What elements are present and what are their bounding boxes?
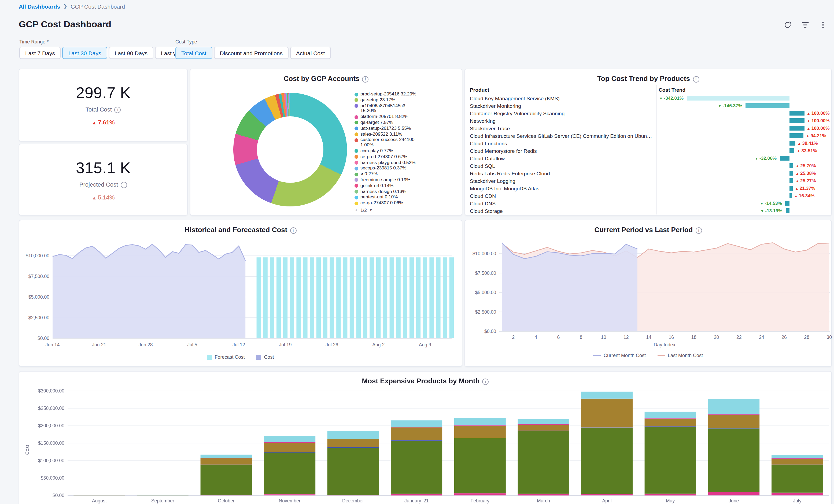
donut-legend-item[interactable]: prod-setup-205416 32.29%: [354, 92, 423, 97]
legend-page-down-icon[interactable]: [369, 208, 373, 212]
trend-bar[interactable]: [789, 118, 805, 123]
legend-item-forecast-cost[interactable]: Forecast Cost: [207, 354, 245, 360]
chart-title-text: Historical and Forecasted Cost: [185, 226, 287, 234]
info-icon[interactable]: [696, 227, 702, 234]
trend-value: 21.37%: [795, 185, 815, 191]
info-icon[interactable]: [693, 76, 699, 83]
trend-bar[interactable]: [789, 148, 795, 153]
donut-legend-item[interactable]: customer-success-244100 1.00%: [354, 137, 423, 148]
page-header: GCP Cost Dashboard: [19, 19, 828, 30]
refresh-icon[interactable]: [783, 20, 792, 29]
info-icon[interactable]: [362, 76, 369, 83]
column-header-product[interactable]: Product: [465, 87, 656, 92]
cost-type-option-discount-and-promotions[interactable]: Discount and Promotions: [214, 47, 288, 59]
svg-text:$7,500.00: $7,500.00: [28, 274, 49, 279]
donut-legend-item[interactable]: ce-prod-274307 0.67%: [354, 154, 423, 160]
cost-type-option-actual-cost[interactable]: Actual Cost: [290, 47, 331, 59]
donut-legend-item[interactable]: qa-setup 23.17%: [354, 97, 423, 103]
product-cell: Cloud Infrastructure Services GitLab Ser…: [465, 133, 656, 138]
legend-swatch: [354, 184, 358, 188]
cost-type-option-total-cost[interactable]: Total Cost: [175, 47, 212, 59]
trend-bar[interactable]: [789, 193, 792, 198]
trend-bar[interactable]: [746, 103, 789, 108]
donut-legend-item[interactable]: secops-239815 0.37%: [354, 166, 423, 171]
legend-label: ce-prod-274307 0.67%: [360, 154, 420, 160]
donut-legend-item[interactable]: ccm-play 0.77%: [354, 149, 423, 154]
svg-text:24: 24: [759, 334, 764, 340]
table-row: Stackdriver Trace100.00%: [465, 124, 831, 132]
svg-text:September: September: [151, 498, 174, 503]
info-icon[interactable]: [121, 182, 127, 188]
product-cell: MongoDB Inc. MongoDB Atlas: [465, 185, 656, 191]
info-icon[interactable]: [482, 378, 489, 385]
trend-bar[interactable]: [789, 133, 804, 138]
legend-item-current-month-cost[interactable]: Current Month Cost: [593, 353, 646, 358]
total-cost-delta: 7.61%: [92, 119, 114, 126]
breadcrumb: All Dashboards GCP Cost Dashboard: [0, 0, 834, 13]
product-cell: Cloud Memorystore for Redis: [465, 148, 656, 154]
kebab-menu-icon[interactable]: [818, 20, 828, 29]
table-row: Cloud DNS-14.53%: [465, 199, 831, 207]
trend-value: -14.53%: [760, 200, 782, 206]
donut-legend-item[interactable]: ø 0.27%: [354, 172, 423, 177]
legend-item-last-month-cost[interactable]: Last Month Cost: [658, 353, 703, 358]
period-comparison-chart[interactable]: $0.00$2,500.00$5,000.00$7,500.00$10,000.…: [468, 235, 832, 349]
legend-swatch: [354, 161, 358, 165]
legend-label: qa-setup 23.17%: [360, 97, 420, 103]
info-icon[interactable]: [114, 107, 121, 113]
trend-bar[interactable]: [789, 178, 793, 183]
monthly-products-chart[interactable]: $0.00$50,000.00$100,000.00$150,000.00$20…: [21, 386, 830, 504]
trend-value: 100.00%: [807, 110, 830, 116]
historical-forecast-chart[interactable]: $0.00$2,500.00$5,000.00$7,500.00$10,000.…: [23, 235, 460, 351]
column-header-cost-trend[interactable]: Cost Trend: [656, 85, 831, 94]
legend-swatch: [354, 115, 358, 119]
total-cost-value: 299.7 K: [76, 84, 131, 102]
donut-legend-item[interactable]: harness-playground 0.52%: [354, 160, 423, 166]
projected-cost-card: 315.1 K Projected Cost 5.14%: [19, 144, 188, 216]
table-row: Cloud Key Management Service (KMS)-342.0…: [465, 94, 831, 102]
svg-text:Jun 21: Jun 21: [92, 342, 106, 347]
trend-bar[interactable]: [786, 208, 789, 213]
legend-page-up-icon[interactable]: [354, 208, 358, 212]
trend-bar[interactable]: [789, 111, 805, 115]
trend-bar[interactable]: [789, 126, 805, 131]
donut-legend-item[interactable]: ce-qa-274307 0.06%: [354, 200, 423, 206]
chart-title-text: Most Expensive Products by Month: [362, 377, 480, 385]
legend-swatch: [354, 132, 358, 136]
cost-trend-cell: 33.51%: [656, 147, 831, 154]
donut-legend-item[interactable]: platform-205701 8.82%: [354, 114, 423, 119]
time-range-option-last-30-days[interactable]: Last 30 Days: [63, 47, 107, 59]
page-title: GCP Cost Dashboard: [19, 19, 111, 30]
chart-title: Historical and Forecasted Cost: [19, 220, 462, 234]
time-range-option-last-7-days[interactable]: Last 7 Days: [19, 47, 61, 59]
trend-bar[interactable]: [785, 201, 789, 205]
trend-bar[interactable]: [687, 96, 789, 101]
trend-bar[interactable]: [789, 141, 795, 146]
filter-icon[interactable]: [800, 20, 810, 29]
donut-legend-item[interactable]: pentest-uat 0.10%: [354, 195, 423, 200]
trend-bar[interactable]: [789, 171, 793, 176]
time-range-option-last-90-days[interactable]: Last 90 Days: [109, 47, 154, 59]
svg-text:Day Index: Day Index: [654, 342, 675, 347]
svg-text:12: 12: [623, 334, 629, 340]
donut-legend-item[interactable]: harness-design 0.13%: [354, 189, 423, 194]
legend-item-cost[interactable]: Cost: [257, 354, 274, 360]
trend-bar[interactable]: [789, 163, 793, 168]
donut-legend-item[interactable]: qa-target 7.57%: [354, 120, 423, 126]
donut-legend-item[interactable]: golink-url 0.14%: [354, 183, 423, 189]
svg-text:$250,000.00: $250,000.00: [38, 406, 64, 411]
donut-legend-item[interactable]: freemium-sample 0.19%: [354, 177, 423, 183]
product-cell: Networking: [465, 118, 656, 124]
trend-bar[interactable]: [789, 186, 793, 191]
donut-legend-item[interactable]: uat-setup-261723 5.55%: [354, 126, 423, 131]
info-icon[interactable]: [290, 227, 296, 234]
cost-trend-cell: -146.37%: [656, 102, 831, 109]
donut-legend-item[interactable]: pr10406a87045145c3 15.20%: [354, 103, 423, 114]
donut-legend-item[interactable]: sales-209522 3.11%: [354, 132, 423, 137]
trend-bar[interactable]: [780, 156, 789, 160]
trend-value: 38.41%: [797, 140, 818, 146]
legend-swatch: [354, 190, 358, 194]
cost-trend-cell: 16.34%: [656, 192, 831, 199]
legend-label: ce-qa-274307 0.06%: [360, 200, 420, 206]
breadcrumb-all-dashboards[interactable]: All Dashboards: [19, 3, 60, 10]
